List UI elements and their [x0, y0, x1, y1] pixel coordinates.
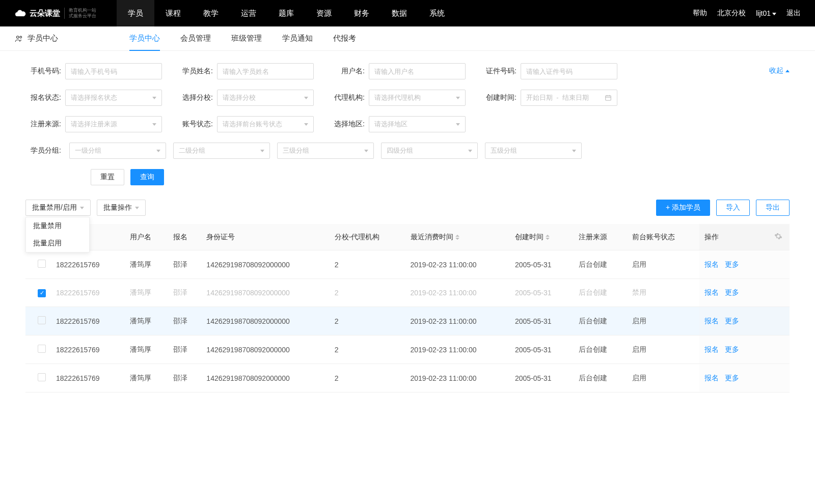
action-enroll[interactable]: 报名 [704, 345, 719, 353]
nav-item-8[interactable]: 系统 [418, 0, 456, 26]
gear-icon[interactable] [774, 232, 782, 240]
cell-phone: 18222615769 [51, 364, 125, 393]
cell-enroll: 邵泽 [168, 307, 202, 335]
nav-item-7[interactable]: 数据 [381, 0, 418, 26]
enroll-status-select[interactable]: 请选择报名状态 [65, 90, 162, 106]
cell-create-time: 2005-05-31 [510, 250, 574, 279]
row-checkbox[interactable] [38, 260, 46, 268]
reset-button[interactable]: 重置 [91, 169, 124, 185]
row-checkbox[interactable] [38, 289, 46, 297]
idcard-input[interactable] [521, 63, 617, 79]
chevron-down-icon [135, 207, 139, 209]
logout-link[interactable]: 退出 [786, 9, 801, 18]
row-checkbox[interactable] [38, 345, 46, 353]
account-status-select[interactable]: 请选择前台账号状态 [217, 116, 314, 132]
table-row: 18222615769潘筠厚邵泽142629198708092000000220… [25, 279, 790, 307]
chevron-down-icon [80, 207, 84, 209]
username-label: 用户名: [329, 67, 365, 76]
cell-phone: 18222615769 [51, 335, 125, 364]
agency-select[interactable]: 请选择代理机构 [369, 90, 466, 106]
cell-branch: 2 [330, 307, 405, 335]
cell-username: 潘筠厚 [125, 307, 168, 335]
svg-point-0 [17, 36, 19, 38]
cell-status: 禁用 [627, 279, 699, 307]
username-input[interactable] [369, 63, 466, 79]
cell-status: 启用 [627, 307, 699, 335]
nav-item-0[interactable]: 学员 [117, 0, 154, 26]
nav-right: 帮助 北京分校 lijt01 退出 [693, 9, 801, 18]
nav-item-5[interactable]: 资源 [305, 0, 343, 26]
filter-section: 收起 手机号码: 学员姓名: 用户名: 证件号码: 报名状态:请选择报名状态 选… [0, 51, 815, 189]
name-input[interactable] [217, 63, 314, 79]
user-menu[interactable]: lijt01 [756, 9, 776, 17]
nav-item-3[interactable]: 运营 [230, 0, 267, 26]
region-select[interactable]: 请选择地区 [369, 116, 466, 132]
import-button[interactable]: 导入 [716, 200, 750, 216]
sort-icon[interactable] [546, 235, 550, 240]
sub-nav-item-0[interactable]: 学员中心 [129, 26, 160, 51]
nav-item-6[interactable]: 财务 [343, 0, 381, 26]
reg-source-select[interactable]: 请选择注册来源 [65, 116, 162, 132]
action-enroll[interactable]: 报名 [704, 374, 719, 382]
cell-enroll: 邵泽 [168, 364, 202, 393]
collapse-button[interactable]: 收起 [769, 66, 790, 75]
name-label: 学员姓名: [177, 67, 213, 76]
cell-id: 142629198708092000000 [201, 250, 329, 279]
group-select-3[interactable]: 三级分组 [277, 143, 374, 159]
calendar-icon [605, 94, 612, 101]
cell-status: 启用 [627, 364, 699, 393]
branch-label: 选择分校: [177, 93, 213, 102]
action-more[interactable]: 更多 [725, 317, 739, 325]
action-enroll[interactable]: 报名 [704, 317, 719, 325]
add-student-button[interactable]: + 添加学员 [656, 200, 710, 216]
cell-source: 后台创建 [574, 279, 627, 307]
cell-branch: 2 [330, 364, 405, 393]
batch-toggle-button[interactable]: 批量禁用/启用 [25, 200, 91, 216]
group-select-1[interactable]: 一级分组 [69, 143, 166, 159]
sub-nav-items: 学员中心会员管理班级管理学员通知代报考 [129, 26, 356, 51]
chevron-down-icon [572, 150, 576, 152]
branch-link[interactable]: 北京分校 [717, 9, 746, 18]
group-select-2[interactable]: 二级分组 [173, 143, 270, 159]
create-time-range[interactable]: 开始日期 - 结束日期 [521, 90, 617, 106]
sort-icon[interactable] [455, 235, 459, 240]
sub-nav-title: 学员中心 [14, 34, 58, 43]
action-more[interactable]: 更多 [725, 288, 739, 296]
batch-menu-item-0[interactable]: 批量禁用 [26, 217, 89, 235]
group-select-4[interactable]: 四级分组 [381, 143, 478, 159]
logo-text: 云朵课堂 [30, 9, 60, 18]
row-checkbox[interactable] [38, 316, 46, 324]
chevron-up-icon [785, 70, 790, 72]
search-button[interactable]: 查询 [130, 169, 164, 185]
chevron-down-icon [456, 123, 460, 126]
action-more[interactable]: 更多 [725, 260, 739, 268]
nav-item-4[interactable]: 题库 [267, 0, 305, 26]
row-checkbox[interactable] [38, 373, 46, 381]
branch-select[interactable]: 请选择分校 [217, 90, 314, 106]
phone-input[interactable] [65, 63, 162, 79]
cell-username: 潘筠厚 [125, 364, 168, 393]
cell-source: 后台创建 [574, 364, 627, 393]
cell-last-consume: 2019-02-23 11:00:00 [405, 279, 510, 307]
cell-create-time: 2005-05-31 [510, 335, 574, 364]
batch-op-button[interactable]: 批量操作 [97, 200, 146, 216]
action-enroll[interactable]: 报名 [704, 260, 719, 268]
export-button[interactable]: 导出 [756, 200, 790, 216]
student-table: 用户名报名身份证号分校-代理机构最近消费时间创建时间注册来源前台账号状态操作 1… [25, 224, 790, 393]
svg-point-1 [20, 36, 22, 38]
nav-item-2[interactable]: 教学 [192, 0, 230, 26]
group-select-5[interactable]: 五级分组 [485, 143, 582, 159]
action-more[interactable]: 更多 [725, 345, 739, 353]
cell-create-time: 2005-05-31 [510, 364, 574, 393]
action-more[interactable]: 更多 [725, 374, 739, 382]
nav-item-1[interactable]: 课程 [154, 0, 192, 26]
sub-nav-item-2[interactable]: 班级管理 [231, 26, 262, 51]
help-link[interactable]: 帮助 [693, 9, 707, 18]
cell-create-time: 2005-05-31 [510, 307, 574, 335]
sub-nav-item-1[interactable]: 会员管理 [180, 26, 211, 51]
sub-nav-item-4[interactable]: 代报考 [333, 26, 356, 51]
sub-nav-item-3[interactable]: 学员通知 [282, 26, 313, 51]
action-enroll[interactable]: 报名 [704, 288, 719, 296]
logo[interactable]: 云朵课堂 教育机构一站 式服务云平台 [14, 7, 96, 19]
batch-menu-item-1[interactable]: 批量启用 [26, 235, 89, 252]
